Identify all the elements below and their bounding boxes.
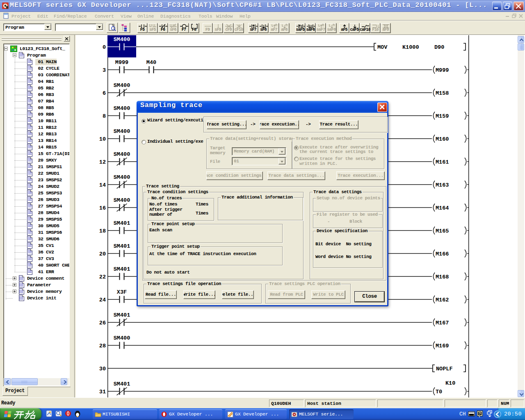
svg-text:M40: M40	[146, 59, 156, 66]
svg-text:22: 22	[99, 274, 106, 280]
svg-text:K10: K10	[445, 380, 455, 386]
svg-text:24: 24	[99, 297, 106, 303]
svg-text:M164: M164	[436, 205, 449, 211]
svg-text:SM401: SM401	[114, 266, 130, 272]
svg-text:18: 18	[99, 228, 106, 234]
svg-text:SM400: SM400	[114, 174, 130, 180]
svg-text:3: 3	[103, 67, 106, 73]
svg-text:26: 26	[99, 320, 106, 326]
svg-text:M169: M169	[436, 343, 449, 349]
svg-text:M167: M167	[436, 320, 449, 326]
svg-text:SM400: SM400	[114, 335, 130, 341]
svg-text:12: 12	[99, 159, 106, 165]
svg-text:K1000: K1000	[402, 44, 419, 50]
svg-text:M159: M159	[436, 113, 449, 119]
svg-text:SM400: SM400	[114, 128, 130, 135]
svg-text:T0: T0	[436, 389, 442, 395]
svg-text:20: 20	[99, 251, 106, 257]
svg-text:6: 6	[103, 90, 106, 96]
svg-text:M999: M999	[436, 67, 449, 73]
svg-text:SM400: SM400	[114, 105, 130, 112]
svg-text:NOPLF: NOPLF	[436, 366, 453, 372]
svg-text:M999: M999	[115, 59, 128, 66]
svg-text:X3F: X3F	[117, 289, 127, 295]
svg-text:SM401: SM401	[114, 243, 130, 249]
svg-text:30: 30	[99, 366, 106, 372]
svg-text:SM400: SM400	[114, 197, 130, 203]
svg-text:M166: M166	[436, 251, 449, 257]
svg-text:SM400: SM400	[114, 82, 130, 89]
svg-text:M165: M165	[436, 228, 449, 234]
svg-text:31: 31	[99, 389, 106, 395]
svg-text:28: 28	[99, 343, 106, 349]
svg-text:SM401: SM401	[114, 312, 130, 318]
svg-text:?: ?	[479, 412, 481, 416]
svg-text:M158: M158	[436, 90, 449, 96]
svg-text:SM401: SM401	[114, 220, 130, 226]
svg-text:8: 8	[103, 113, 106, 119]
svg-text:SM400: SM400	[114, 151, 130, 158]
svg-text:M161: M161	[436, 159, 449, 165]
svg-text:M160: M160	[436, 136, 449, 142]
svg-text:M162: M162	[436, 297, 449, 303]
svg-text:M168: M168	[436, 274, 449, 280]
svg-text:D90: D90	[434, 44, 444, 50]
svg-text:MOV: MOV	[377, 44, 388, 50]
svg-text:14: 14	[99, 182, 106, 188]
svg-text:M163: M163	[436, 182, 449, 188]
svg-text:SM400: SM400	[114, 37, 130, 43]
svg-text:0: 0	[103, 44, 106, 50]
svg-text:SM401: SM401	[114, 381, 130, 387]
svg-text:16: 16	[99, 205, 106, 211]
svg-text:10: 10	[99, 136, 106, 142]
